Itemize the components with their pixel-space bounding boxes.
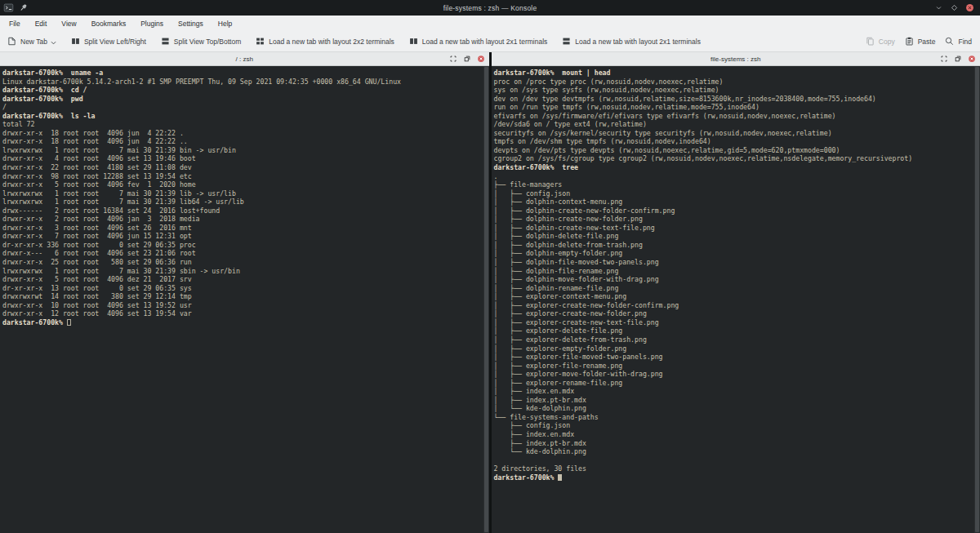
terminal-output-line: lrwxrwxrwx 1 root root 7 mai 30 21:39 li… — [2, 198, 481, 207]
terminal-prompt-line: darkstar-6700k% — [494, 473, 973, 482]
terminal-output-line: │ ├── explorer-delete-file.png — [494, 326, 973, 335]
pane-close-icon[interactable] — [477, 55, 485, 63]
terminal-output-line: drwxr-x--- 6 root root 4096 set 23 21:06… — [2, 249, 481, 258]
menu-item-settings[interactable]: Settings — [171, 20, 211, 28]
terminal-output-line: │ ├── config.json — [494, 189, 973, 198]
terminal-output-line: drwx------ 2 root root 16384 set 24 2016… — [2, 207, 481, 215]
terminal-output-line: cgroup2 on /sys/fs/cgroup type cgroup2 (… — [494, 154, 973, 163]
pane-header[interactable]: file-systems : zsh — [492, 52, 980, 66]
window-close-icon[interactable] — [965, 3, 974, 12]
find-label: Find — [958, 38, 972, 46]
load-a-new-tab-with-layout-2x2-terminals-label: Load a new tab with layout 2x2 terminals — [269, 38, 394, 46]
find-button[interactable]: Find — [944, 36, 972, 47]
toolbar: New TabSplit View Left/RightSplit View T… — [0, 31, 980, 52]
detach-icon[interactable] — [463, 55, 471, 63]
split-view-left-right-button[interactable]: Split View Left/Right — [70, 36, 146, 47]
toolbar-right: CopyPasteFind — [865, 36, 973, 47]
window-titlebar[interactable]: file-systems : zsh — Konsole — [0, 0, 980, 16]
pin-icon[interactable] — [18, 2, 29, 13]
split-left-right-icon — [70, 36, 81, 47]
terminal-prompt-line: darkstar-6700k% pwd — [2, 95, 481, 104]
layout-1x2-icon — [561, 36, 572, 47]
terminal-output-line: drwxr-xr-x 7 root root 4096 jun 15 12:31… — [2, 232, 481, 241]
menu-item-help[interactable]: Help — [211, 20, 239, 28]
pane-actions — [940, 55, 980, 63]
load-a-new-tab-with-layout-2x1-terminals-button[interactable]: Load a new tab with layout 2x1 terminals — [561, 36, 701, 47]
layout-2x2-icon — [255, 36, 265, 47]
terminal-output-line: / — [2, 103, 481, 112]
new-tab-button[interactable]: New Tab — [7, 36, 56, 47]
menu-item-file[interactable]: File — [2, 20, 28, 28]
terminal-output-line: sys on /sys type sysfs (rw,nosuid,nodev,… — [494, 86, 973, 95]
terminal-output-line: │ ├── dolphin-file-rename.png — [494, 267, 973, 276]
terminal-screen[interactable]: darkstar-6700k% uname -aLinux darkstar-6… — [0, 66, 489, 533]
menu-item-view[interactable]: View — [54, 20, 83, 28]
terminal-output-line: │ ├── dolphin-delete-from-trash.png — [494, 241, 973, 250]
load-a-new-tab-with-layout-2x1-terminals-button[interactable]: Load a new tab with layout 2x1 terminals — [408, 36, 548, 47]
pane-header[interactable]: / : zsh — [0, 52, 489, 66]
titlebar-icons — [0, 2, 29, 13]
terminal-output-line: │ ├── explorer-file-rename.png — [494, 362, 973, 371]
terminal-output-line: ├── config.json — [494, 421, 973, 430]
terminal-output-line: . — [494, 172, 973, 181]
terminal-output-line: │ ├── dolphin-create-new-folder.png — [494, 215, 973, 224]
detach-icon[interactable] — [954, 55, 962, 63]
minimize-icon[interactable] — [934, 3, 943, 12]
terminal-output-line: run on /run type tmpfs (rw,nosuid,nodev,… — [494, 103, 973, 112]
terminal-output-line: lrwxrwxrwx 1 root root 7 mai 30 21:39 li… — [2, 189, 481, 198]
terminal-output-line: dr-xr-xr-x 13 root root 0 set 29 06:35 s… — [2, 284, 481, 293]
terminal-output-line: │ ├── dolphin-rename-file.png — [494, 284, 973, 293]
konsole-icon — [3, 2, 14, 13]
caret-down-icon — [51, 38, 56, 45]
terminal-output-line: drwxr-xr-x 25 root root 580 set 29 06:36… — [2, 258, 481, 267]
scrollbar-thumb[interactable] — [484, 67, 488, 532]
find-icon — [944, 36, 955, 47]
terminal-output-line: Linux darkstar-6700k 5.14.2-arch1-2 #1 S… — [2, 78, 481, 87]
load-a-new-tab-with-layout-2x2-terminals-button[interactable]: Load a new tab with layout 2x2 terminals — [255, 36, 394, 47]
menubar: FileEditViewBookmarksPluginsSettingsHelp — [0, 16, 980, 31]
maximize-view-icon[interactable] — [449, 55, 457, 63]
terminal-output-line: │ ├── explorer-file-moved-two-panels.png — [494, 353, 973, 362]
terminal-output-line — [494, 456, 973, 465]
terminal-output-line: tmpfs on /dev/shm type tmpfs (rw,nosuid,… — [494, 137, 973, 146]
scrollbar[interactable] — [974, 66, 980, 533]
menu-item-bookmarks[interactable]: Bookmarks — [84, 20, 134, 28]
terminal-screen[interactable]: darkstar-6700k% mount | headproc on /pro… — [492, 66, 980, 533]
paste-icon — [904, 36, 915, 47]
scrollbar-thumb[interactable] — [975, 67, 979, 532]
terminal-output-line: │ ├── explorer-context-menu.png — [494, 292, 973, 301]
split-view-top-bottom-label: Split View Top/Bottom — [174, 38, 241, 46]
maximize-view-icon[interactable] — [940, 55, 948, 63]
pane-actions — [449, 55, 489, 63]
pane-close-icon[interactable] — [968, 55, 976, 63]
terminal-output-line: lrwxrwxrwx 1 root root 7 mai 30 21:39 bi… — [2, 146, 481, 155]
terminal-output-line: │ ├── dolphin-move-folder-with-drag.png — [494, 275, 973, 284]
maximize-icon[interactable] — [950, 3, 959, 12]
terminal-output-line: ├── file-managers — [494, 180, 973, 189]
terminal-output-line: │ ├── dolphin-file-moved-two-panels.png — [494, 258, 973, 267]
terminal-output-line: lrwxrwxrwx 1 root root 7 mai 30 21:39 sb… — [2, 267, 481, 276]
copy-label: Copy — [879, 38, 895, 46]
terminal-output-line: │ ├── dolphin-create-new-text-file.png — [494, 224, 973, 233]
terminal-output-line: │ ├── explorer-create-new-folder-confirm… — [494, 301, 973, 310]
window-title: file-systems : zsh — Konsole — [0, 4, 980, 12]
menu-item-plugins[interactable]: Plugins — [133, 20, 171, 28]
terminal-output-line: /dev/sda6 on / type ext4 (rw,relatime) — [494, 120, 973, 129]
terminal-output-line: │ ├── explorer-delete-from-trash.png — [494, 335, 973, 344]
scrollbar[interactable] — [483, 66, 489, 533]
split-view-top-bottom-button[interactable]: Split View Top/Bottom — [160, 36, 241, 47]
menu-item-edit[interactable]: Edit — [28, 20, 55, 28]
terminal-output-line: 2 directories, 30 files — [494, 464, 973, 473]
copy-button[interactable]: Copy — [865, 36, 895, 47]
terminal-output-line: securityfs on /sys/kernel/security type … — [494, 129, 973, 138]
terminal-output-line: │ ├── explorer-move-folder-with-drag.png — [494, 370, 973, 379]
terminal-output-line: │ ├── explorer-rename-file.png — [494, 379, 973, 388]
paste-button[interactable]: Paste — [904, 36, 936, 47]
new-tab-label: New Tab — [20, 38, 47, 46]
terminal-output-line: drwxr-xr-x 2 root root 4096 jan 3 2018 m… — [2, 215, 481, 224]
toolbar-left: New TabSplit View Left/RightSplit View T… — [7, 36, 715, 47]
terminal-output-line: drwxr-xr-x 22 root root 4180 set 29 11:0… — [2, 163, 481, 172]
terminal-output-line: drwxr-xr-x 4 root root 4096 set 13 19:46… — [2, 154, 481, 163]
terminal-output-line: │ ├── index.pt-br.mdx — [494, 396, 973, 405]
terminal-output-line: ├── index.en.mdx — [494, 430, 973, 439]
